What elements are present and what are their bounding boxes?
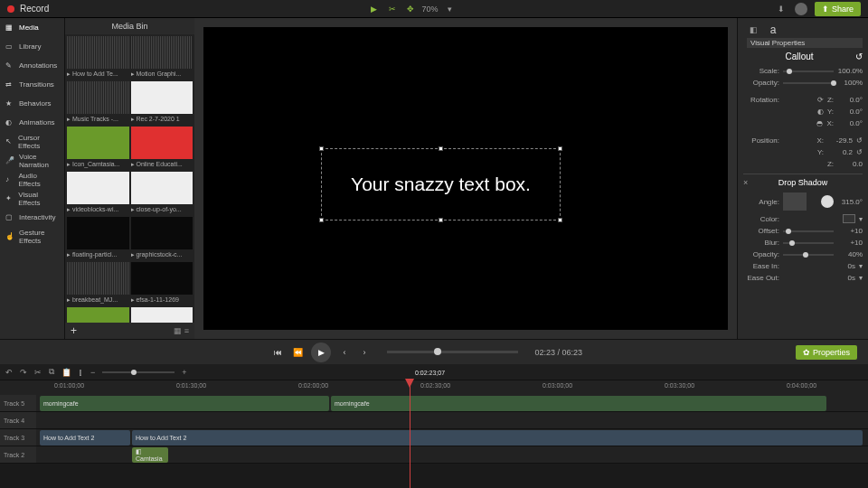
- media-item[interactable]: ▸ Rec 2-7-2020 1: [131, 81, 193, 125]
- blur-value[interactable]: +10: [837, 239, 863, 247]
- prev-frame-icon[interactable]: ‹: [338, 346, 351, 359]
- sidebar-item-gesture-effects[interactable]: ☝Gesture Effects: [0, 227, 64, 246]
- playhead[interactable]: 0:02:23;07: [410, 380, 410, 488]
- playback-scrubber[interactable]: [387, 351, 518, 353]
- next-frame-icon[interactable]: ›: [358, 346, 371, 359]
- z-axis-icon[interactable]: ⟳: [817, 96, 824, 104]
- timeline-clip[interactable]: morningcafe: [331, 396, 826, 411]
- crop-tool-icon[interactable]: ✂: [386, 3, 399, 15]
- sidebar-item-annotations[interactable]: ✎Annotations: [0, 56, 64, 75]
- cut-icon[interactable]: ✂: [34, 368, 42, 377]
- sidebar-item-interactivity[interactable]: ▢Interactivity: [0, 208, 64, 227]
- media-item[interactable]: ▸ Logo_Hrz_Ca...: [67, 307, 129, 323]
- sidebar-item-behaviors[interactable]: ★Behaviors: [0, 94, 64, 113]
- media-item[interactable]: ▸ Online Educati...: [131, 127, 193, 170]
- rotation-y[interactable]: 0.0°: [837, 108, 863, 116]
- track-label[interactable]: Track 4: [0, 412, 36, 428]
- position-z[interactable]: 0.0: [837, 160, 863, 168]
- blur-slider[interactable]: [783, 242, 834, 244]
- resize-handle[interactable]: [319, 146, 324, 151]
- view-toggle[interactable]: ▦ ≡: [174, 326, 189, 335]
- paste-icon[interactable]: 📋: [61, 368, 71, 377]
- track-body[interactable]: ◧ Camtasia: [36, 446, 868, 463]
- media-item[interactable]: ▸ Rec 2-7-2020 2: [131, 307, 193, 323]
- add-media-button[interactable]: +: [71, 324, 77, 337]
- media-item[interactable]: ▸ How to Add Te...: [67, 36, 129, 80]
- color-swatch[interactable]: [843, 214, 855, 223]
- redo-icon[interactable]: ↷: [20, 368, 27, 377]
- media-item[interactable]: ▸ Icon_Camtasia...: [67, 127, 129, 170]
- media-item[interactable]: ▸ videoblocks-wi...: [67, 172, 129, 215]
- scale-value[interactable]: 100.0%: [837, 67, 863, 75]
- callout-text[interactable]: Your snazzy text box.: [351, 174, 531, 195]
- download-icon[interactable]: ⬇: [775, 3, 788, 15]
- media-item[interactable]: ▸ graphicstock-c...: [131, 217, 193, 260]
- track-body[interactable]: How to Add Text 2How to Add Text 2: [36, 429, 868, 446]
- sidebar-item-audio-effects[interactable]: ♪Audio Effects: [0, 170, 64, 189]
- position-x[interactable]: -29.5: [827, 136, 853, 145]
- timeline-ruler[interactable]: 0:01:00;000:01:30;000:02:00;000:02:30;00…: [0, 380, 868, 395]
- angle-grid[interactable]: [783, 192, 807, 211]
- position-y[interactable]: 0.2: [827, 148, 853, 156]
- resize-handle[interactable]: [439, 146, 443, 151]
- x-axis-icon[interactable]: ◓: [816, 119, 823, 127]
- resize-handle[interactable]: [558, 218, 562, 222]
- properties-button[interactable]: ✿ Properties: [796, 345, 857, 360]
- zoom-out-icon[interactable]: −: [90, 368, 95, 377]
- track-label[interactable]: Track 3: [0, 429, 36, 446]
- opacity-value[interactable]: 100%: [837, 79, 863, 87]
- rotation-z[interactable]: 0.0°: [837, 96, 863, 104]
- angle-wheel[interactable]: [821, 195, 834, 208]
- sidebar-item-media[interactable]: ▦Media: [0, 18, 64, 37]
- zoom-slider[interactable]: [102, 371, 175, 373]
- sidebar-item-voice-narration[interactable]: 🎤Voice Narration: [0, 151, 64, 170]
- share-button[interactable]: ⬆ Share: [815, 2, 861, 16]
- copy-icon[interactable]: ⧉: [49, 367, 54, 377]
- split-icon[interactable]: ⫿: [79, 368, 83, 377]
- visual-props-tab-icon[interactable]: ◧: [747, 23, 760, 36]
- resize-handle[interactable]: [319, 218, 324, 222]
- track-label[interactable]: Track 2: [0, 446, 36, 463]
- close-dropshadow-icon[interactable]: ×: [743, 178, 748, 187]
- resize-handle[interactable]: [558, 146, 562, 151]
- pan-tool-icon[interactable]: ✥: [404, 3, 417, 15]
- scale-slider[interactable]: [783, 70, 834, 72]
- sidebar-item-transitions[interactable]: ⇄Transitions: [0, 75, 64, 94]
- track-body[interactable]: morningcafemorningcafe: [36, 395, 868, 411]
- y-axis-icon[interactable]: ◐: [817, 108, 824, 116]
- timeline-clip[interactable]: ◧ Camtasia: [132, 447, 168, 463]
- easein-value[interactable]: 0s: [830, 262, 855, 270]
- sidebar-item-visual-effects[interactable]: ✦Visual Effects: [0, 189, 64, 208]
- text-callout-selection[interactable]: Your snazzy text box.: [321, 148, 561, 221]
- step-back-icon[interactable]: ⏪: [291, 346, 304, 359]
- rotation-x[interactable]: 0.0°: [837, 119, 863, 127]
- play-button[interactable]: ▶: [311, 343, 331, 362]
- media-item[interactable]: ▸ breakbeat_MJ...: [67, 262, 129, 305]
- ds-opacity-slider[interactable]: [783, 254, 834, 256]
- reset-icon[interactable]: ↺: [855, 52, 863, 61]
- media-item[interactable]: ▸ floating-particl...: [67, 217, 129, 260]
- zoom-level[interactable]: 70%: [422, 5, 439, 14]
- undo-icon[interactable]: ↶: [5, 368, 13, 377]
- angle-value[interactable]: 315.0°: [837, 198, 863, 206]
- timeline-clip[interactable]: How to Add Text 2: [132, 430, 863, 446]
- media-item[interactable]: ▸ Music Tracks -...: [67, 81, 129, 125]
- zoom-in-icon[interactable]: +: [182, 368, 186, 377]
- record-button[interactable]: Record: [20, 4, 49, 14]
- opacity-slider[interactable]: [783, 82, 834, 84]
- ds-opacity-value[interactable]: 40%: [837, 250, 863, 258]
- track-body[interactable]: [36, 412, 868, 428]
- timeline-clip[interactable]: morningcafe: [40, 396, 329, 411]
- user-avatar[interactable]: [795, 3, 807, 15]
- media-item[interactable]: ▸ Motion Graphi...: [131, 36, 193, 80]
- offset-slider[interactable]: [783, 230, 834, 232]
- offset-value[interactable]: +10: [837, 227, 863, 235]
- sidebar-item-library[interactable]: ▭Library: [0, 37, 64, 56]
- resize-handle[interactable]: [439, 218, 443, 222]
- prev-clip-icon[interactable]: ⏮: [271, 346, 284, 359]
- scrubber-knob[interactable]: [434, 348, 441, 355]
- timeline-clip[interactable]: How to Add Text 2: [40, 430, 130, 446]
- preview-canvas[interactable]: Your snazzy text box.: [203, 27, 728, 330]
- track-label[interactable]: Track 5: [0, 395, 36, 411]
- zoom-dropdown-icon[interactable]: ▾: [444, 3, 457, 15]
